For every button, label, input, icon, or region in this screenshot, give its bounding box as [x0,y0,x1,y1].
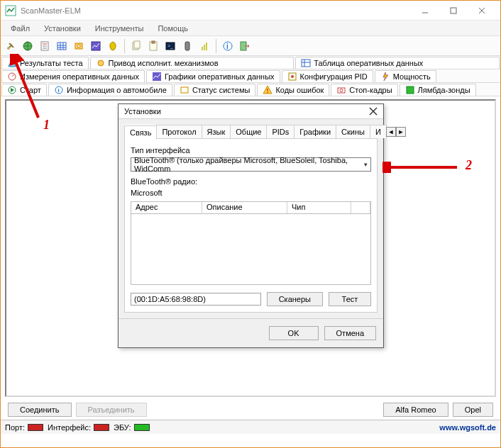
toolbar-separator [124,39,125,53]
status-ecu-label: ЭБУ: [114,423,131,432]
disconnect-button: Разъединить [76,403,147,417]
minimize-button[interactable] [411,1,439,21]
svg-rect-11 [57,43,66,50]
tab-label: Графики оперативных данных [165,72,275,81]
tab-live-table[interactable]: Таблица оперативных данных [295,57,500,69]
iface-type-combo[interactable]: BlueTooth® (только драйверы Microsoft, B… [131,157,371,172]
scanners-button[interactable]: Сканеры [267,292,323,306]
dialog-tab-general[interactable]: Общие [230,125,267,138]
device-list[interactable] [131,214,371,285]
dialog-tab-graphs[interactable]: Графики [294,125,336,138]
device-list-header: Адрес Описание Чип [131,201,371,214]
menu-file[interactable]: Файл [5,23,35,34]
menu-help[interactable]: Помощь [152,23,194,34]
info-icon: i [54,85,64,95]
beaker-icon [7,58,17,68]
col-address[interactable]: Адрес [131,202,202,213]
test-button[interactable]: Тест [329,292,371,306]
dialog-tab-connection[interactable]: Связь [124,125,157,139]
function-tabs: Результаты теста Привод исполнит. механи… [1,56,500,96]
paste-icon[interactable] [146,39,160,53]
snapshot-icon [336,85,346,95]
svg-text:i: i [226,43,229,50]
exit-icon[interactable] [238,39,252,53]
tab-scroll-left-button[interactable]: ◄ [386,127,396,137]
tab-test-results[interactable]: Результаты теста [1,57,89,69]
tab-pid-config[interactable]: Конфигурация PID [282,70,373,82]
power-icon [380,72,390,82]
tab-label: Информация о автомобиле [67,86,167,94]
svg-text:i: i [57,87,59,94]
statusbar: Порт: Интерфейс: ЭБУ: www.wgsoft.de [1,420,500,434]
pid-icon[interactable] [106,39,120,53]
tab-vehicle-info[interactable]: iИнформация о автомобиле [48,84,172,96]
report-icon[interactable] [38,39,52,53]
tab-label: Привод исполнит. механизмов [109,59,219,67]
tab-label: Результаты теста [20,59,83,67]
radio-value: Microsoft [131,189,371,197]
dialog-tab-pids[interactable]: PIDs [266,125,294,138]
meter-icon[interactable] [72,39,86,53]
status-iface-label: Интерфейс: [48,423,91,432]
svg-rect-22 [152,41,155,43]
close-button[interactable] [468,1,496,21]
copy-icon[interactable] [129,39,143,53]
svg-point-40 [291,75,294,78]
device-icon[interactable] [180,39,194,53]
table-icon [301,58,311,68]
website-link[interactable]: www.wgsoft.de [439,423,496,432]
table-icon[interactable] [55,39,69,53]
graph-icon[interactable] [89,39,103,53]
svg-point-17 [77,45,80,47]
tab-start[interactable]: Старт [1,84,47,96]
dialog-tab-partial[interactable]: И [370,125,387,138]
ok-button[interactable]: OK [269,326,319,340]
tab-scroll-right-button[interactable]: ► [396,127,406,137]
dialog-tab-language[interactable]: Язык [202,125,231,138]
tab-live-measurements[interactable]: Измерения оперативных данных [1,70,145,82]
cancel-button[interactable]: Отмена [324,326,376,340]
col-chip[interactable]: Чип [287,202,351,213]
alfa-romeo-button[interactable]: Alfa Romeo [383,403,448,417]
tab-o2-sensors[interactable]: Лямбда-зонды [400,84,476,96]
connect-icon[interactable] [4,39,18,53]
svg-rect-25 [185,42,189,50]
toolbar: >_ i [1,36,500,56]
svg-rect-2 [451,8,456,13]
ecu-led-icon [134,424,150,431]
globe-icon[interactable] [21,39,35,53]
tab-system-status[interactable]: Статус системы [174,84,255,96]
maximize-button[interactable] [439,1,468,21]
menubar: Файл Установки Инструменты Помощь [1,21,500,36]
col-description[interactable]: Описание [202,202,287,213]
menu-tools[interactable]: Инструменты [89,23,150,34]
tab-power[interactable]: Мощность [375,70,436,82]
actuator-icon [96,58,106,68]
dialog-tab-skins[interactable]: Скины [336,125,370,138]
opel-button[interactable]: Opel [453,403,493,417]
tab-actuator[interactable]: Привод исполнит. механизмов [90,57,294,69]
dialog-tab-protocol[interactable]: Протокол [156,125,202,138]
status-port-label: Порт: [5,423,25,432]
menu-setup[interactable]: Установки [38,23,87,34]
tab-live-graphs[interactable]: Графики оперативных данных [146,70,280,82]
svg-rect-20 [134,41,140,48]
graph2-icon[interactable] [197,39,211,53]
app-icon [5,5,16,16]
svg-text:>_: >_ [167,43,173,49]
tab-freeze-frames[interactable]: Стоп-кадры [331,84,397,96]
annotation-number-1: 1 [43,118,50,133]
tab-dtc[interactable]: Коды ошибок [257,84,329,96]
tab-label: Статус системы [192,86,250,94]
iface-led-icon [94,424,109,431]
dialog-close-button[interactable] [369,107,378,116]
bottom-button-bar: Соединить Разъединить Alfa Romeo Opel [1,400,500,420]
address-field[interactable]: (00:1D:A5:68:98:8D) [131,293,261,306]
chevron-down-icon: ▾ [364,161,368,168]
svg-rect-44 [181,87,188,93]
tab-label: Старт [20,86,41,94]
terminal-icon[interactable]: >_ [163,39,177,53]
info-icon[interactable]: i [221,39,235,53]
radio-label: BlueTooth® радио: [131,177,371,186]
connect-button[interactable]: Соединить [8,403,72,417]
